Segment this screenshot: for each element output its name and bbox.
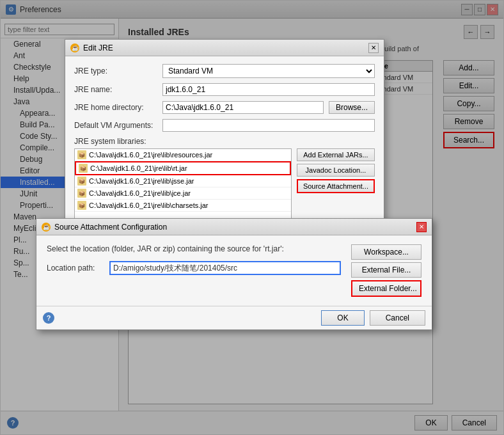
location-label: Location path:	[47, 264, 104, 273]
source-dialog-content: Select the location (folder, JAR or zip)…	[36, 235, 432, 306]
workspace-button[interactable]: Workspace...	[351, 244, 421, 260]
jre-name-row: JRE name:	[74, 83, 375, 96]
lib-row-jsse[interactable]: 📦 C:\Java\jdk1.6.0_21\jre\lib\jsse.jar	[75, 175, 291, 187]
preferences-window: ⚙ Preferences ─ □ ✕ General Ant Checksty…	[0, 0, 504, 435]
source-dialog-title: Source Attachment Configuration	[54, 223, 167, 232]
jre-type-label: JRE type:	[74, 67, 157, 75]
source-cancel-button[interactable]: Cancel	[370, 310, 425, 326]
browse-button[interactable]: Browse...	[329, 101, 375, 114]
source-attachment-dialog: ☕ Source Attachment Configuration ✕ Sele…	[36, 218, 432, 330]
jre-home-row: JRE home directory: Browse...	[74, 101, 375, 114]
vm-args-input[interactable]	[162, 119, 375, 132]
source-side-buttons: Workspace... External File... External F…	[351, 244, 421, 297]
external-folder-button[interactable]: External Folder...	[351, 280, 421, 297]
vm-args-row: Default VM Arguments:	[74, 119, 375, 132]
libs-buttons: Add External JARs... Javadoc Location...…	[297, 148, 375, 225]
jre-type-row: JRE type: Standard VM	[74, 64, 375, 78]
lib-row-rt[interactable]: 📦 C:\Java\jdk1.6.0_21\jre\lib\rt.jar	[75, 161, 291, 175]
lib-row-jce[interactable]: 📦 C:\Java\jdk1.6.0_21\jre\lib\jce.jar	[75, 187, 291, 200]
libs-area: 📦 C:\Java\jdk1.6.0_21\jre\lib\resources.…	[74, 148, 375, 225]
source-bottom-bar: ? OK Cancel	[36, 306, 432, 329]
edit-jre-title: Edit JRE	[83, 44, 113, 52]
edit-jre-titlebar: ☕ Edit JRE ✕	[65, 40, 384, 56]
add-external-jars-button[interactable]: Add External JARs...	[297, 148, 375, 161]
source-help-icon[interactable]: ?	[43, 312, 54, 324]
jar-icon-2: 📦	[79, 164, 88, 173]
jre-dialog-icon: ☕	[70, 44, 79, 52]
jar-icon-4: 📦	[77, 189, 86, 198]
source-dialog-close[interactable]: ✕	[416, 222, 427, 232]
location-input[interactable]	[109, 261, 341, 275]
edit-jre-close[interactable]: ✕	[368, 43, 379, 53]
source-location-row: Location path:	[47, 261, 341, 275]
source-ok-button[interactable]: OK	[321, 310, 364, 326]
jar-icon-3: 📦	[77, 177, 86, 186]
jre-home-label: JRE home directory:	[74, 103, 157, 112]
source-dialog-titlebar: ☕ Source Attachment Configuration ✕	[36, 219, 432, 235]
edit-jre-dialog: ☕ Edit JRE ✕ JRE type: Standard VM JRE n…	[65, 39, 384, 233]
source-dialog-icon: ☕	[42, 223, 51, 232]
edit-jre-content: JRE type: Standard VM JRE name: JRE home…	[65, 56, 384, 233]
libs-table: 📦 C:\Java\jdk1.6.0_21\jre\lib\resources.…	[74, 148, 292, 225]
jre-name-label: JRE name:	[74, 85, 157, 94]
source-description: Select the location (folder, JAR or zip)…	[47, 244, 341, 253]
vm-args-label: Default VM Arguments:	[74, 121, 157, 130]
lib-row-charsets[interactable]: 📦 C:\Java\jdk1.6.0_21\jre\lib\charsets.j…	[75, 200, 291, 212]
javadoc-location-button[interactable]: Javadoc Location...	[297, 164, 375, 177]
jre-type-select[interactable]: Standard VM	[162, 64, 375, 78]
libs-label: JRE system libraries:	[74, 137, 375, 146]
lib-row[interactable]: 📦 C:\Java\jdk1.6.0_21\jre\lib\resources.…	[75, 149, 291, 161]
jre-name-input[interactable]	[162, 83, 375, 96]
external-file-button[interactable]: External File...	[351, 262, 421, 278]
jar-icon-5: 📦	[77, 201, 86, 210]
source-attachment-button[interactable]: Source Attachment...	[297, 179, 375, 193]
jre-home-input[interactable]	[162, 101, 324, 114]
jar-icon: 📦	[77, 150, 86, 159]
